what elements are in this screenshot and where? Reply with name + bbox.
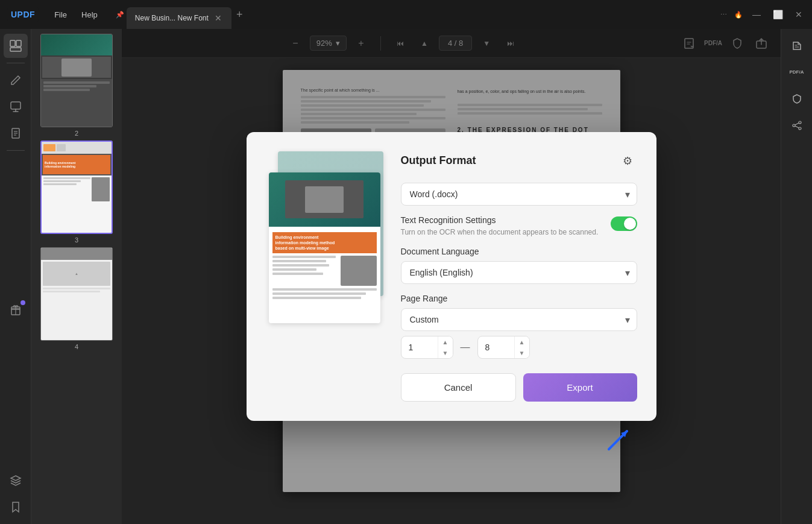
- cancel-button[interactable]: Cancel: [401, 373, 516, 402]
- titlebar-controls: ⋯ 🔥 — ⬜ ✕: [720, 7, 805, 22]
- sidebar-icon-layers[interactable]: [4, 469, 28, 493]
- ocr-row: Text Recognition Settings Turn on the OC…: [401, 215, 637, 238]
- language-label: Document Language: [401, 247, 637, 256]
- sidebar-divider-1: [7, 63, 25, 63]
- format-group: Word (.docx) Excel (.xlsx) PowerPoint (.…: [401, 183, 637, 206]
- preview-pages: Building environmentinformation modeling…: [266, 151, 386, 356]
- main-layout: 2 Building environmentinformation modeli…: [0, 29, 812, 524]
- menu-help[interactable]: Help: [75, 8, 104, 22]
- right-sidebar-share[interactable]: [785, 113, 809, 137]
- titlebar: UPDF File Help 📌 New Busin... New Font ✕…: [0, 0, 812, 29]
- modal-settings-icon[interactable]: ⚙: [618, 151, 637, 171]
- export-modal: Building environmentinformation modeling…: [247, 132, 656, 421]
- sidebar-icon-annotate[interactable]: [4, 95, 28, 119]
- new-tab-button[interactable]: +: [236, 8, 243, 21]
- tab-area: 📌 New Busin... New Font ✕ +: [116, 0, 716, 29]
- format-select[interactable]: Word (.docx) Excel (.xlsx) PowerPoint (.…: [401, 183, 637, 206]
- thumb-label-3: 3: [75, 236, 78, 244]
- ocr-description: Turn on the OCR when the document appear…: [401, 227, 603, 238]
- title-ai-icon[interactable]: 🔥: [734, 11, 743, 19]
- page-to-input[interactable]: [478, 336, 514, 358]
- modal-title: Output Format: [401, 154, 476, 167]
- page-from-spinners: ▲ ▼: [438, 336, 453, 358]
- right-sidebar-convert[interactable]: [785, 34, 809, 58]
- format-select-wrapper: Word (.docx) Excel (.xlsx) PowerPoint (.…: [401, 183, 637, 206]
- minimize-button[interactable]: —: [750, 7, 763, 22]
- sidebar-icon-pages[interactable]: [4, 121, 28, 145]
- thumb-label-4: 4: [75, 343, 78, 350]
- ocr-toggle[interactable]: [611, 216, 637, 231]
- gift-notification-dot: [20, 300, 25, 305]
- page-to-input-wrapper: ▲ ▼: [477, 336, 530, 359]
- tab-pin-icon: 📌: [116, 11, 124, 19]
- page-range-inputs: ▲ ▼ — ▲ ▼: [401, 336, 637, 359]
- page-range-select-wrapper: All Pages Custom Current Page Odd Pages …: [401, 308, 637, 331]
- page-to-up[interactable]: ▲: [515, 336, 529, 347]
- thumbnail-page-3[interactable]: Building environmentinformation modeling…: [36, 140, 117, 244]
- preview-orange-block: Building environmentinformation modeling…: [272, 232, 377, 253]
- page-from-input[interactable]: [401, 336, 438, 358]
- sidebar-icon-reader[interactable]: [4, 34, 28, 58]
- ocr-text: Text Recognition Settings Turn on the OC…: [401, 215, 603, 238]
- language-select-wrapper: English (English) Chinese (Simplified) F…: [401, 261, 637, 284]
- language-select[interactable]: English (English) Chinese (Simplified) F…: [401, 261, 637, 284]
- toggle-knob: [624, 218, 636, 230]
- preview-content: Building environmentinformation modeling…: [269, 227, 380, 305]
- sidebar-icon-bookmark[interactable]: [4, 495, 28, 519]
- thumb-label-2: 2: [75, 130, 78, 137]
- svg-point-14: [799, 127, 801, 130]
- preview-person-image: [341, 256, 377, 286]
- sidebar-icon-gift[interactable]: [4, 298, 28, 322]
- active-tab[interactable]: New Busin... New Font ✕: [127, 7, 231, 29]
- ocr-label: Text Recognition Settings: [401, 215, 603, 225]
- page-range-select[interactable]: All Pages Custom Current Page Odd Pages …: [401, 308, 637, 331]
- app-logo: UPDF: [7, 7, 39, 22]
- svg-rect-3: [11, 102, 20, 109]
- modal-form: Output Format ⚙ Word (.docx) Excel (.xls…: [401, 151, 637, 402]
- svg-point-12: [799, 121, 801, 124]
- language-group: Document Language English (English) Chin…: [401, 247, 637, 284]
- thumbnail-page-2[interactable]: 2: [36, 34, 117, 137]
- page-from-down[interactable]: ▼: [438, 347, 453, 358]
- svg-rect-0: [10, 40, 15, 46]
- thumbnail-page-4[interactable]: ▲ 4: [36, 247, 117, 350]
- sidebar-icon-edit[interactable]: [4, 68, 28, 92]
- maximize-button[interactable]: ⬜: [770, 7, 785, 22]
- range-separator: —: [458, 342, 473, 353]
- page-to-down[interactable]: ▼: [515, 347, 529, 358]
- close-button[interactable]: ✕: [793, 7, 805, 22]
- right-sidebar-pdf[interactable]: PDF/A: [785, 60, 809, 84]
- preview-page-front: Building environmentinformation modeling…: [269, 172, 380, 323]
- modal-preview-panel: Building environmentinformation modeling…: [266, 151, 386, 402]
- preview-top-image: [269, 172, 380, 227]
- titlebar-menu: File Help: [48, 8, 104, 22]
- right-sidebar-protect[interactable]: [785, 87, 809, 111]
- page-range-label: Page Range: [401, 294, 637, 303]
- modal-overlay: Building environmentinformation modeling…: [122, 29, 781, 524]
- modal-actions: Cancel Export: [401, 373, 637, 402]
- page-range-group: Page Range All Pages Custom Current Page…: [401, 294, 637, 359]
- page-from-up[interactable]: ▲: [438, 336, 453, 347]
- svg-rect-2: [10, 48, 21, 51]
- tab-close-button[interactable]: ✕: [213, 12, 223, 24]
- ocr-group: Text Recognition Settings Turn on the OC…: [401, 215, 637, 238]
- content-area: − 92% ▾ + ⏮ ▲ 4 / 8 ▼ ⏭ PD: [122, 29, 781, 524]
- export-button[interactable]: Export: [523, 373, 637, 402]
- page-from-input-wrapper: ▲ ▼: [401, 336, 453, 359]
- left-sidebar: [0, 29, 31, 524]
- title-more-icon[interactable]: ⋯: [720, 11, 727, 19]
- page-to-spinners: ▲ ▼: [514, 336, 529, 358]
- svg-point-13: [793, 124, 795, 127]
- menu-file[interactable]: File: [48, 8, 73, 22]
- thumbnail-panel: 2 Building environmentinformation modeli…: [31, 29, 122, 524]
- modal-header: Output Format ⚙: [401, 151, 637, 171]
- tab-label: New Busin... New Font: [135, 14, 209, 22]
- sidebar-divider-2: [7, 150, 25, 151]
- svg-rect-1: [16, 40, 21, 46]
- right-sidebar: PDF/A: [781, 29, 812, 524]
